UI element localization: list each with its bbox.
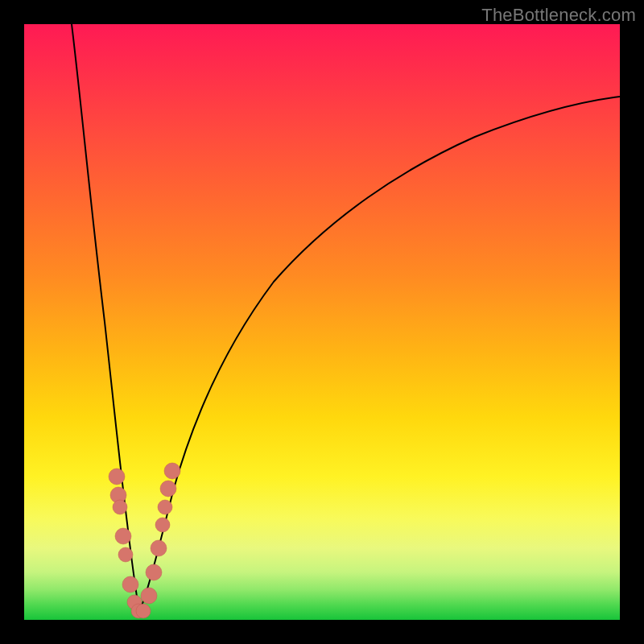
data-dot (146, 564, 162, 580)
data-dot (113, 500, 127, 514)
data-dot (155, 518, 170, 532)
chart-frame: TheBottleneck.com (0, 0, 644, 644)
curve-right-branch (139, 97, 620, 612)
curve-left-branch (72, 24, 139, 612)
data-dot (158, 500, 172, 514)
data-dot (164, 463, 180, 479)
data-dot (122, 576, 138, 592)
data-dot (115, 528, 131, 544)
data-dot (160, 481, 176, 497)
curve-layer (24, 24, 620, 620)
data-dot (141, 588, 157, 604)
data-dot (136, 604, 151, 618)
data-dot (118, 547, 133, 562)
plot-area (24, 24, 620, 620)
data-dot (109, 469, 125, 485)
watermark-text: TheBottleneck.com (481, 5, 636, 26)
data-dot (151, 540, 167, 556)
scatter-dots (109, 463, 180, 618)
